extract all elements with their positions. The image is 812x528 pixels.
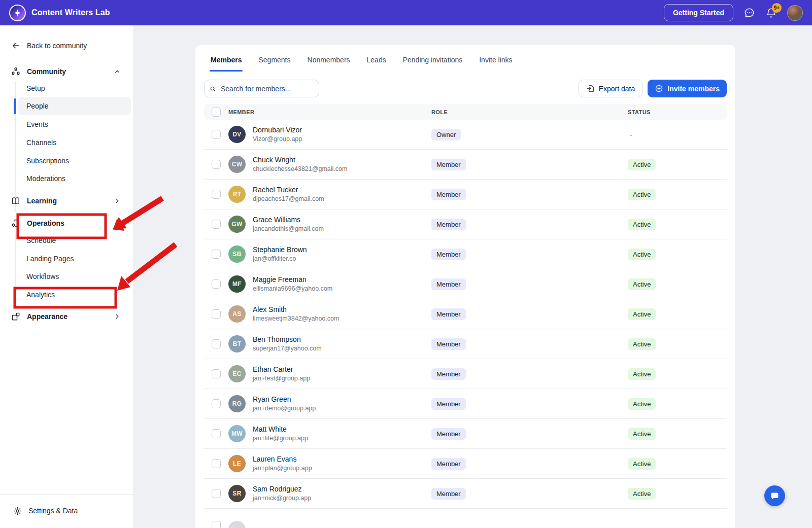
row-checkbox[interactable] [212,521,221,528]
role-badge: Member [431,368,466,380]
table-row: SB Stephanie Brown jan@offkilter.co Memb… [204,239,727,269]
notifications-button[interactable]: 9+ [765,7,777,19]
table-row-partial [204,509,727,528]
row-checkbox[interactable] [212,339,221,348]
appearance-icon [11,311,21,322]
status-badge: Active [628,458,656,470]
sidebar-item-schedule[interactable]: Schedule [18,231,131,250]
tab-leads[interactable]: Leads [367,56,386,72]
status-badge: Active [628,189,656,200]
table-header: MEMBER ROLE STATUS [204,104,727,120]
community-people-icon [11,66,21,77]
column-header-status: STATUS [628,109,727,115]
members-card: Members Segments Nonmembers Leads Pendin… [195,45,735,528]
member-email: jan+plan@group.app [253,464,312,473]
member-email: Vizor@group.app [253,135,302,144]
getting-started-button[interactable]: Getting Started [664,4,733,21]
member-email: ellismania9696@yahoo.com [253,285,332,293]
invite-members-label: Invite members [667,85,720,93]
support-chat-button[interactable] [743,7,755,19]
chat-bubble-icon [743,7,755,19]
member-name: Ben Thompson [253,335,322,344]
community-logo[interactable] [9,5,26,21]
sidebar-section-community[interactable]: Community [0,64,134,79]
user-avatar[interactable] [787,5,803,21]
member-name: Ryan Green [253,395,316,404]
role-badge: Member [431,398,466,410]
invite-members-button[interactable]: Invite members [648,80,727,97]
row-checkbox[interactable] [212,429,221,438]
row-checkbox[interactable] [212,489,221,498]
member-email: limesweetjm3842@yahoo.com [253,314,339,323]
column-header-role: ROLE [431,109,628,115]
setup-label: Setup [26,84,45,92]
table-row: MF Maggie Freeman ellismania9696@yahoo.c… [204,269,727,299]
channels-label: Channels [26,138,56,147]
status-badge: Active [628,428,656,440]
sidebar-item-setup[interactable]: Setup [18,79,131,97]
sidebar-item-events[interactable]: Events [18,115,131,133]
sidebar-item-channels[interactable]: Channels [18,133,131,152]
sidebar-item-subscriptions[interactable]: Subscriptions [18,152,131,170]
row-checkbox[interactable] [212,459,221,468]
sidebar-item-settings-data[interactable]: Settings & Data [0,506,134,516]
sidebar-section-learning[interactable]: Learning [0,193,134,209]
avatar: EC [228,365,246,382]
row-checkbox[interactable] [212,220,221,229]
sidebar-item-analytics[interactable]: Analytics [18,286,131,304]
avatar [228,521,246,528]
chevron-right-icon [114,197,121,204]
status-badge: Active [628,368,656,380]
row-checkbox[interactable] [212,369,221,378]
status-badge: Active [628,308,656,320]
row-checkbox[interactable] [212,279,221,289]
member-name: Chuck Wright [253,155,347,165]
member-email: jan+life@group.app [253,434,308,443]
row-checkbox[interactable] [212,399,221,408]
operations-icon [11,218,21,228]
row-checkbox[interactable] [212,190,221,199]
row-checkbox[interactable] [212,309,221,319]
sidebar-item-landing-pages[interactable]: Landing Pages [18,250,131,268]
export-data-button[interactable]: Export data [579,80,643,97]
avatar: MF [228,275,246,293]
table-row: AS Alex Smith limesweetjm3842@yahoo.com … [204,299,727,329]
sidebar-item-people[interactable]: People [18,97,131,115]
row-checkbox[interactable] [212,250,221,259]
gear-icon [12,506,22,516]
role-badge: Member [431,428,466,440]
member-name: Dornubari Vizor [253,125,302,135]
select-all-checkbox[interactable] [212,108,221,117]
operations-subtree-line [15,233,16,304]
avatar: CW [228,156,246,173]
learning-book-icon [11,196,21,206]
tab-segments[interactable]: Segments [258,56,290,72]
sidebar-footer: Settings & Data [0,494,134,528]
chat-launcher-button[interactable] [764,485,785,506]
row-checkbox[interactable] [212,130,221,139]
sidebar-item-moderations[interactable]: Moderations [18,169,131,188]
people-label: People [26,102,49,110]
tab-pending-invitations[interactable]: Pending invitations [403,56,463,72]
sidebar-section-appearance[interactable]: Appearance [0,308,134,325]
sidebar-item-workflows[interactable]: Workflows [18,267,131,286]
avatar: SR [228,485,246,502]
member-email: jan+test@group.app [253,374,310,383]
back-to-community-link[interactable]: Back to community [0,40,134,52]
table-row: GW Grace Williams jancandothis@gmail.com… [204,209,727,239]
tab-invite-links[interactable]: Invite links [479,56,512,72]
moderations-label: Moderations [26,174,65,183]
sidebar-section-operations[interactable]: Operations [0,215,134,231]
search-input[interactable] [220,84,314,93]
tab-nonmembers[interactable]: Nonmembers [308,56,350,72]
tab-members[interactable]: Members [211,56,242,72]
admin-sidebar: Back to community Community Setup People… [0,25,134,528]
landing-pages-label: Landing Pages [26,255,74,263]
analytics-label: Analytics [26,291,55,299]
row-checkbox[interactable] [212,160,221,169]
member-email: jan+demo@group.app [253,404,316,413]
member-email: chuckiechesse43821@gmail.com [253,165,347,173]
column-header-member: MEMBER [228,109,431,115]
member-email: jan+nick@group.app [253,494,311,503]
member-name: Alex Smith [253,305,339,314]
